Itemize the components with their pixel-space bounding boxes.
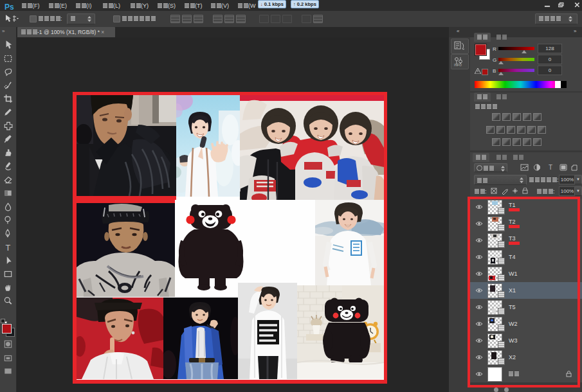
svg-text:INFO: INFO xyxy=(454,63,462,67)
svg-text:T: T xyxy=(5,244,10,252)
svg-text:T: T xyxy=(549,164,552,171)
